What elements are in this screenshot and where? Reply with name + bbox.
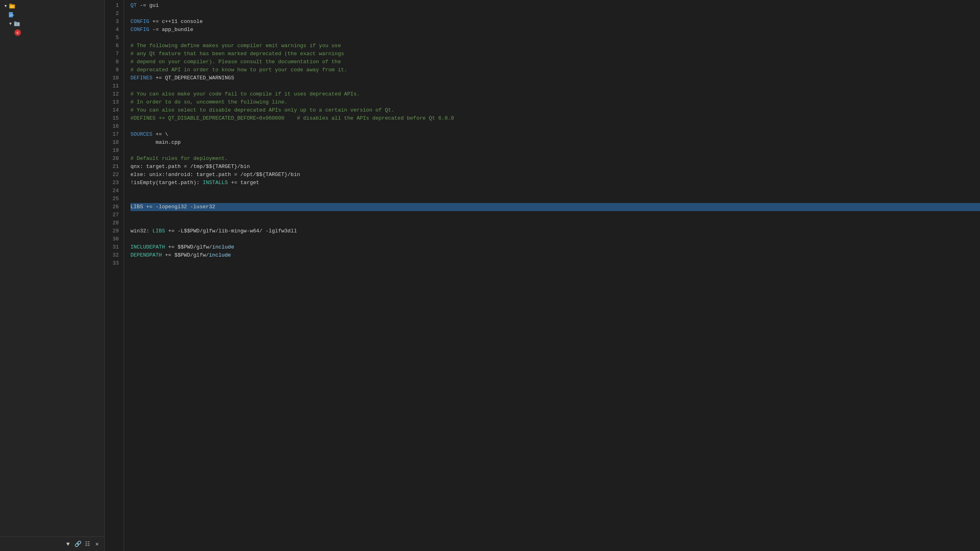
line-number: 9	[108, 66, 119, 74]
line-number: 8	[108, 58, 119, 66]
tree-item-root[interactable]: ▼ Qt	[0, 2, 104, 10]
token-kw: SOURCES	[130, 130, 153, 139]
token-comment: # The following define makes your compil…	[130, 42, 341, 50]
code-line[interactable]: LIBS += -lopengl32 -luser32	[130, 203, 980, 211]
tree-item-main-cpp[interactable]: C	[0, 28, 104, 37]
code-line[interactable]: # You can also select to disable depreca…	[130, 106, 980, 114]
token-comment: # You can also select to disable depreca…	[130, 106, 394, 114]
token-comment: # In order to do so, uncomment the follo…	[130, 98, 287, 106]
token-comment: # deprecated API in order to know how to…	[130, 66, 347, 74]
code-line[interactable]: SOURCES += \	[130, 130, 980, 139]
link-icon[interactable]: 🔗	[74, 540, 82, 548]
code-line[interactable]	[130, 187, 980, 195]
line-number: 32	[108, 251, 119, 259]
line-numbers: 1234567891011121314151617181920212223242…	[105, 0, 124, 551]
token-var: include	[209, 251, 231, 259]
line-number: 3	[108, 18, 119, 26]
cpp-file-icon: C	[14, 29, 21, 36]
token-kw: CONFIG	[130, 18, 149, 26]
sidebar: ▼ Qt .pro ▼	[0, 0, 105, 551]
split-icon[interactable]: ☷	[83, 540, 91, 548]
code-line[interactable]	[130, 235, 980, 243]
code-line[interactable]: CONFIG += c++11 console	[130, 18, 980, 26]
token-comment: #DEFINES += QT_DISABLE_DEPRECATED_BEFORE…	[130, 114, 454, 122]
token-plain: !isEmpty(target.path):	[130, 179, 203, 187]
token-comment: # Default rules for deployment.	[130, 155, 228, 163]
line-number: 21	[108, 163, 119, 171]
code-line[interactable]: # deprecated API in order to know how to…	[130, 66, 980, 74]
token-plain: += -L$$PWD/glfw/lib-mingw-w64/ -lglfw3dl…	[165, 227, 297, 235]
code-line[interactable]	[130, 195, 980, 203]
token-plain: += $$PWD/glfw/	[162, 251, 209, 259]
code-line[interactable]	[130, 34, 980, 42]
token-comment: # any Qt feature that has been marked de…	[130, 50, 344, 58]
tree-item-pro-file[interactable]: .pro	[0, 10, 104, 19]
code-line[interactable]: # In order to do so, uncomment the follo…	[130, 98, 980, 106]
code-line[interactable]	[130, 10, 980, 18]
code-line[interactable]: # Default rules for deployment.	[130, 155, 980, 163]
close-icon[interactable]: ✕	[93, 540, 101, 548]
token-plain: -= app_bundle	[149, 26, 193, 34]
code-line[interactable]: CONFIG -= app_bundle	[130, 26, 980, 34]
code-line[interactable]: # any Qt feature that has been marked de…	[130, 50, 980, 58]
line-number: 18	[108, 139, 119, 147]
line-number: 14	[108, 106, 119, 114]
line-number: 24	[108, 187, 119, 195]
code-line[interactable]: qnx: target.path = /tmp/$${TARGET}/bin	[130, 163, 980, 171]
code-line[interactable]	[130, 211, 980, 219]
code-line[interactable]: !isEmpty(target.path): INSTALLS += targe…	[130, 179, 980, 187]
line-number: 23	[108, 179, 119, 187]
line-number: 2	[108, 10, 119, 18]
token-kw: DEFINES	[130, 74, 153, 82]
token-plain: else: unix:!android: target.path = /opt/…	[130, 171, 300, 179]
code-container[interactable]: 1234567891011121314151617181920212223242…	[105, 0, 980, 551]
code-line[interactable]: win32: LIBS += -L$$PWD/glfw/lib-mingw-w6…	[130, 227, 980, 235]
line-number: 4	[108, 26, 119, 34]
code-line[interactable]: # depend on your compiler). Please consu…	[130, 58, 980, 66]
line-number: 30	[108, 235, 119, 243]
dropdown-icon[interactable]: ▼	[64, 540, 72, 548]
line-number: 25	[108, 195, 119, 203]
code-line[interactable]: main.cpp	[130, 139, 980, 147]
code-line[interactable]	[130, 259, 980, 267]
token-kw: QT	[130, 2, 137, 10]
code-line[interactable]: # You can also make your code fail to co…	[130, 90, 980, 98]
svg-text:Qt: Qt	[10, 5, 14, 8]
token-cyan-kw: INSTALLS	[203, 179, 227, 187]
line-number: 17	[108, 130, 119, 139]
code-line[interactable]: INCLUDEPATH += $$PWD/glfw/include	[130, 243, 980, 251]
sources-chevron-icon: ▼	[8, 21, 13, 26]
code-line[interactable]	[130, 82, 980, 90]
token-comment: # depend on your compiler). Please consu…	[130, 58, 341, 66]
code-line[interactable]	[130, 147, 980, 155]
bottom-bar: ▼ 🔗 ☷ ✕	[0, 536, 104, 551]
code-line[interactable]: DEFINES += QT_DEPRECATED_WARNINGS	[130, 74, 980, 82]
token-plain: += c++11 console	[149, 18, 203, 26]
line-number: 27	[108, 211, 119, 219]
line-number: 29	[108, 227, 119, 235]
token-plain: += target	[228, 179, 259, 187]
token-plain: -= gui	[137, 2, 159, 10]
code-line[interactable]: QT -= gui	[130, 2, 980, 10]
token-plain: += $$PWD/glfw/	[165, 243, 212, 251]
line-number: 26	[108, 203, 119, 211]
token-plain: win32:	[130, 227, 153, 235]
line-number: 33	[108, 259, 119, 267]
tree-item-sources[interactable]: ▼ { }	[0, 19, 104, 28]
sources-folder-icon: { }	[14, 21, 20, 27]
token-cyan-kw: DEPENDPATH	[130, 251, 162, 259]
token-plain: += QT_DEPRECATED_WARNINGS	[153, 74, 234, 82]
token-var: include	[212, 243, 234, 251]
code-line[interactable]: # The following define makes your compil…	[130, 42, 980, 50]
line-number: 12	[108, 90, 119, 98]
code-line[interactable]	[130, 219, 980, 227]
line-number: 31	[108, 243, 119, 251]
code-line[interactable]: DEPENDPATH += $$PWD/glfw/include	[130, 251, 980, 259]
code-line[interactable]: #DEFINES += QT_DISABLE_DEPRECATED_BEFORE…	[130, 114, 980, 122]
code-line[interactable]	[130, 122, 980, 130]
token-comment: # You can also make your code fail to co…	[130, 90, 360, 98]
editor-area: 1234567891011121314151617181920212223242…	[105, 0, 980, 551]
code-line[interactable]: else: unix:!android: target.path = /opt/…	[130, 171, 980, 179]
project-icon: Qt	[9, 3, 15, 9]
token-cyan-kw: LIBS	[153, 227, 165, 235]
